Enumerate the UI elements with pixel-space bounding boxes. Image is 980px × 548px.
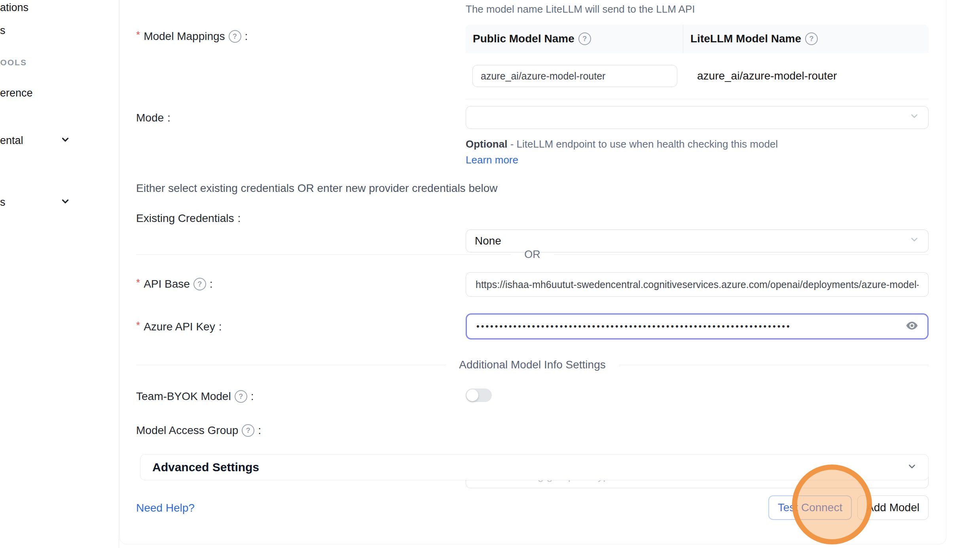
help-icon[interactable]: ? xyxy=(578,32,591,45)
or-divider: OR xyxy=(136,248,929,261)
colon: : xyxy=(251,390,254,403)
mode-select[interactable] xyxy=(466,106,929,129)
sidebar-item-label: s xyxy=(0,196,6,208)
team-byok-label: Team-BYOK Model ? : xyxy=(136,390,254,403)
learn-more-link[interactable]: Learn more xyxy=(466,154,518,166)
sidebar-item-experimental[interactable]: ental xyxy=(0,135,23,147)
sidebar-item-label: s xyxy=(0,25,6,36)
azure-api-key-label: * Azure API Key : xyxy=(136,320,222,333)
button-label: Test Connect xyxy=(778,501,842,514)
litellm-model-name-value: azure_ai/azure-model-router xyxy=(697,70,837,82)
button-label: Add Model xyxy=(866,501,919,514)
sidebar-item-label: ental xyxy=(0,135,23,146)
label-text: Team-BYOK Model xyxy=(136,390,231,403)
model-mappings-label: * Model Mappings ? : xyxy=(136,30,248,43)
table-row: azure_ai/azure-model-router xyxy=(466,53,929,99)
help-icon[interactable]: ? xyxy=(229,30,241,43)
model-access-group-label: Model Access Group ? : xyxy=(136,424,261,437)
colon: : xyxy=(258,424,261,437)
sidebar: ations s TOOLS erence ental s xyxy=(0,0,119,548)
sidebar-item-label: ations xyxy=(0,2,28,13)
chevron-down-icon xyxy=(60,196,70,207)
header-text: Public Model Name xyxy=(473,32,574,45)
chevron-down-icon xyxy=(907,461,917,473)
azure-api-key-field[interactable]: ••••••••••••••••••••••••••••••••••••••••… xyxy=(466,313,929,339)
required-marker: * xyxy=(136,277,140,288)
help-icon[interactable]: ? xyxy=(805,32,818,45)
colon: : xyxy=(210,278,213,290)
api-base-label: * API Base ? : xyxy=(136,278,213,290)
sidebar-item-2[interactable]: s xyxy=(0,25,6,37)
label-text: Azure API Key xyxy=(144,320,215,333)
sidebar-item-inference[interactable]: erence xyxy=(0,87,33,99)
label-text: Model Mappings xyxy=(144,30,225,43)
masked-key-value: ••••••••••••••••••••••••••••••••••••••••… xyxy=(476,321,791,332)
toggle-knob xyxy=(466,389,478,401)
team-byok-toggle[interactable] xyxy=(466,389,492,402)
divider-line xyxy=(554,254,929,255)
divider-line xyxy=(619,365,929,365)
sidebar-section-label: TOOLS xyxy=(0,58,27,67)
divider-line xyxy=(136,365,445,365)
help-icon[interactable]: ? xyxy=(235,390,247,403)
selected-value: None xyxy=(475,235,501,247)
hint-bold: Optional xyxy=(466,138,507,150)
required-marker: * xyxy=(136,30,140,40)
api-base-input[interactable] xyxy=(466,272,929,297)
mode-hint: Optional - LiteLLM endpoint to use when … xyxy=(466,136,802,168)
eye-icon[interactable] xyxy=(905,319,919,334)
sidebar-item-organizations[interactable]: ations xyxy=(0,2,28,14)
colon: : xyxy=(219,320,222,333)
label-text: Existing Credentials xyxy=(136,212,234,225)
mode-label: Mode : xyxy=(136,112,171,124)
required-marker: * xyxy=(136,320,140,330)
colon: : xyxy=(237,212,241,225)
hint-text: - LiteLLM endpoint to use when health ch… xyxy=(510,138,778,150)
advanced-settings-panel[interactable]: Advanced Settings xyxy=(140,454,929,480)
need-help-link[interactable]: Need Help? xyxy=(136,502,195,514)
divider-line xyxy=(136,254,511,255)
model-mappings-table: Public Model Name ? LiteLLM Model Name ?… xyxy=(466,25,929,99)
help-icon[interactable]: ? xyxy=(193,278,206,290)
existing-credentials-label: Existing Credentials : xyxy=(136,212,241,225)
column-header-public-model-name: Public Model Name ? xyxy=(466,25,683,53)
label-text: Model Access Group xyxy=(136,424,238,437)
divider-text: Additional Model Info Settings xyxy=(459,358,605,371)
add-model-button[interactable]: Add Model xyxy=(857,495,929,520)
sidebar-item-settings[interactable]: s xyxy=(0,196,6,209)
test-connect-button[interactable]: Test Connect xyxy=(768,495,852,520)
add-model-page: ations s TOOLS erence ental s The model … xyxy=(0,0,980,548)
header-text: LiteLLM Model Name xyxy=(690,32,801,45)
table-header-row: Public Model Name ? LiteLLM Model Name ? xyxy=(466,25,929,53)
public-model-name-input[interactable] xyxy=(472,65,677,87)
credentials-note: Either select existing credentials OR en… xyxy=(136,182,498,195)
label-text: Mode xyxy=(136,112,164,124)
label-text: API Base xyxy=(144,278,190,290)
sidebar-section-tools: TOOLS xyxy=(0,58,27,67)
additional-info-divider: Additional Model Info Settings xyxy=(136,358,929,371)
colon: : xyxy=(245,30,248,43)
model-name-note: The model name LiteLLM will send to the … xyxy=(466,3,695,15)
advanced-settings-title: Advanced Settings xyxy=(152,461,259,474)
chevron-down-icon xyxy=(909,111,919,124)
divider-text: OR xyxy=(524,248,540,261)
sidebar-item-label: erence xyxy=(0,87,33,99)
column-header-litellm-model-name: LiteLLM Model Name ? xyxy=(683,25,818,53)
help-icon[interactable]: ? xyxy=(242,424,254,437)
colon: : xyxy=(167,112,171,124)
chevron-down-icon xyxy=(60,135,70,145)
chevron-down-icon xyxy=(909,235,919,248)
